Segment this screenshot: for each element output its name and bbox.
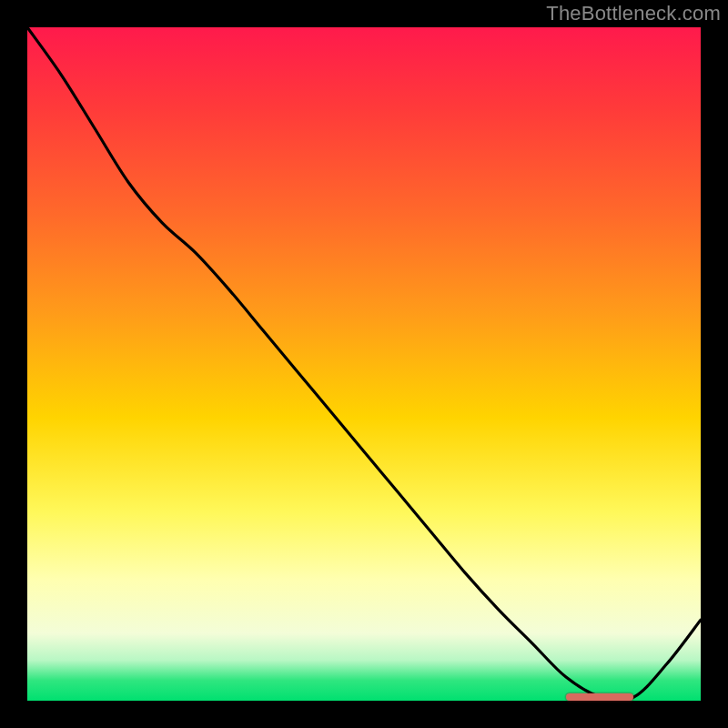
bottleneck-curve: [27, 27, 701, 701]
source-attribution: TheBottleneck.com: [546, 2, 721, 25]
optimum-range-marker: [566, 693, 633, 701]
bottleneck-chart: [27, 27, 701, 701]
curve-path: [27, 27, 701, 701]
